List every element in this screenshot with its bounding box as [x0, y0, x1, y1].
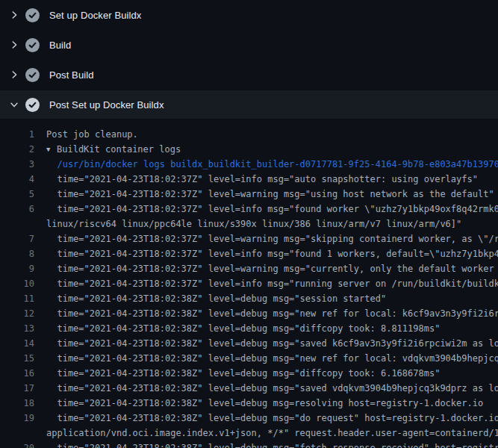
log-text: application/vnd.oci.image.index.v1+json,…	[46, 426, 498, 441]
log-text: time="2021-04-23T18:02:38Z" level=debug …	[46, 306, 498, 321]
log-row: 13 time="2021-04-23T18:02:38Z" level=deb…	[0, 321, 498, 336]
check-circle-icon	[25, 68, 40, 82]
log-line-number[interactable]: 2	[0, 142, 34, 157]
log-line-number[interactable]: 17	[0, 381, 34, 396]
log-row: 11 time="2021-04-23T18:02:38Z" level=deb…	[0, 291, 498, 306]
log-text: time="2021-04-23T18:02:38Z" level=debug …	[46, 351, 498, 366]
check-circle-icon	[25, 38, 40, 52]
log-line-number[interactable]: 11	[0, 291, 34, 306]
group-caret-icon[interactable]: ▼	[46, 142, 52, 157]
log-row: 4 time="2021-04-23T18:02:37Z" level=info…	[0, 172, 498, 187]
chevron-right-icon	[8, 9, 20, 21]
log-row: 7 time="2021-04-23T18:02:37Z" level=warn…	[0, 231, 498, 246]
log-line-number[interactable]: 5	[0, 187, 34, 202]
log-line-number[interactable]: 16	[0, 366, 34, 381]
log-text: time="2021-04-23T18:02:38Z" level=debug …	[46, 396, 483, 411]
log-line-number[interactable]: 9	[0, 261, 34, 276]
log-line-number[interactable]: 7	[0, 231, 34, 246]
log-line-number[interactable]: 14	[0, 336, 34, 351]
chevron-down-icon	[8, 99, 20, 111]
log-row: 15 time="2021-04-23T18:02:38Z" level=deb…	[0, 351, 498, 366]
log-text: time="2021-04-23T18:02:37Z" level=info m…	[46, 172, 478, 187]
log-text: time="2021-04-23T18:02:37Z" level=warnin…	[46, 231, 498, 246]
log-text: ▼BuildKit container logs	[46, 142, 181, 158]
chevron-right-icon	[8, 69, 20, 81]
log-row: 16 time="2021-04-23T18:02:38Z" level=deb…	[0, 366, 498, 381]
log-line-number[interactable]: 3	[0, 157, 34, 172]
log-text: time="2021-04-23T18:02:38Z" level=debug …	[46, 321, 440, 336]
step-post-set-up-docker-buildx[interactable]: Post Set up Docker Buildx	[0, 90, 498, 119]
log-text: Post job cleanup.	[46, 127, 138, 142]
log-line-number[interactable]: 6	[0, 202, 34, 217]
log-text: time="2021-04-23T18:02:38Z" level=debug …	[46, 336, 498, 351]
log-row: 18 time="2021-04-23T18:02:38Z" level=deb…	[0, 396, 498, 411]
check-circle-icon	[25, 98, 40, 112]
log-rows: 1Post job cleanup.2▼BuildKit container l…	[0, 127, 498, 448]
log-text: time="2021-04-23T18:02:37Z" level=warnin…	[46, 187, 494, 202]
steps-list: Set up Docker Buildx Build Post Build Po…	[0, 0, 498, 119]
log-text: time="2021-04-23T18:02:38Z" level=debug …	[46, 411, 498, 426]
log-line-number[interactable]: 4	[0, 172, 34, 187]
step-label: Set up Docker Buildx	[49, 10, 141, 21]
log-row: 9 time="2021-04-23T18:02:37Z" level=warn…	[0, 261, 498, 276]
log-row: 20 time="2021-04-23T18:02:38Z" level=deb…	[0, 441, 498, 448]
chevron-right-icon	[8, 39, 20, 51]
log-area: 1Post job cleanup.2▼BuildKit container l…	[0, 119, 498, 448]
log-row: 19 time="2021-04-23T18:02:38Z" level=deb…	[0, 411, 498, 426]
step-label: Build	[49, 40, 71, 51]
log-line-number[interactable]: 1	[0, 127, 34, 142]
step-build[interactable]: Build	[0, 30, 498, 60]
log-text: time="2021-04-23T18:02:38Z" level=debug …	[46, 441, 498, 448]
log-line-number[interactable]: 19	[0, 411, 34, 426]
log-text: time="2021-04-23T18:02:37Z" level=warnin…	[46, 261, 498, 276]
log-line-number[interactable]: 13	[0, 321, 34, 336]
log-row: 12 time="2021-04-23T18:02:38Z" level=deb…	[0, 306, 498, 321]
log-command-text: /usr/bin/docker logs buildx_buildkit_bui…	[46, 157, 498, 172]
log-text: time="2021-04-23T18:02:38Z" level=debug …	[46, 381, 498, 396]
step-label: Post Build	[49, 69, 94, 81]
log-text: time="2021-04-23T18:02:37Z" level=info m…	[46, 202, 498, 217]
log-line-number[interactable]: 10	[0, 276, 34, 291]
log-text: time="2021-04-23T18:02:38Z" level=debug …	[46, 291, 386, 306]
log-row: 2▼BuildKit container logs	[0, 142, 498, 157]
log-line-number[interactable]: 18	[0, 396, 34, 411]
log-line-number[interactable]: 20	[0, 441, 34, 448]
log-row: 5 time="2021-04-23T18:02:37Z" level=warn…	[0, 187, 498, 202]
log-line-number[interactable]: 8	[0, 246, 34, 261]
log-text: time="2021-04-23T18:02:37Z" level=info m…	[46, 246, 498, 261]
log-row: 3 /usr/bin/docker logs buildx_buildkit_b…	[0, 157, 498, 172]
check-circle-icon	[25, 8, 40, 22]
log-row: 17 time="2021-04-23T18:02:38Z" level=deb…	[0, 381, 498, 396]
log-row: linux/riscv64 linux/ppc64le linux/s390x …	[0, 217, 498, 231]
log-text: time="2021-04-23T18:02:37Z" level=info m…	[46, 276, 498, 291]
log-row: 14 time="2021-04-23T18:02:38Z" level=deb…	[0, 336, 498, 351]
log-row: 10 time="2021-04-23T18:02:37Z" level=inf…	[0, 276, 498, 291]
log-line-number[interactable]: 12	[0, 306, 34, 321]
step-post-build[interactable]: Post Build	[0, 60, 498, 90]
log-row: 1Post job cleanup.	[0, 127, 498, 142]
log-row: 6 time="2021-04-23T18:02:37Z" level=info…	[0, 202, 498, 217]
step-label: Post Set up Docker Buildx	[49, 99, 164, 111]
log-row: application/vnd.oci.image.index.v1+json,…	[0, 426, 498, 441]
log-row: 8 time="2021-04-23T18:02:37Z" level=info…	[0, 246, 498, 261]
log-line-number[interactable]: 15	[0, 351, 34, 366]
step-set-up-docker-buildx[interactable]: Set up Docker Buildx	[0, 0, 498, 30]
log-text: linux/riscv64 linux/ppc64le linux/s390x …	[46, 217, 461, 231]
log-text: time="2021-04-23T18:02:38Z" level=debug …	[46, 366, 440, 381]
